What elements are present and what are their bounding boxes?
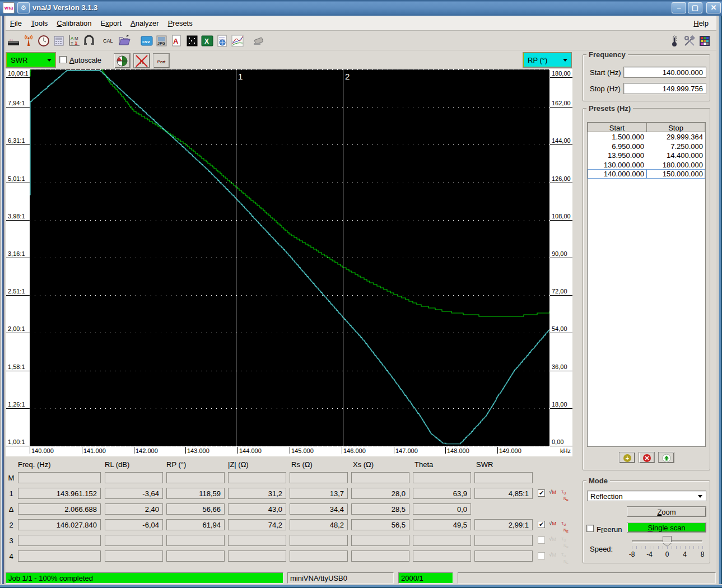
x-axis-tick xyxy=(497,447,498,454)
marker-Δ-rp-field: 56,66 xyxy=(166,503,225,515)
autoscale-checkbox[interactable] xyxy=(59,56,67,63)
antenna-icon[interactable] xyxy=(21,34,36,48)
gridline xyxy=(30,408,549,409)
mode-group-title: Mode xyxy=(586,477,610,485)
marker-1-visible-checkbox[interactable] xyxy=(538,489,545,497)
report-icon[interactable] xyxy=(215,34,230,48)
left-axis-label: 10,00:1 xyxy=(6,70,30,78)
presets-header-start[interactable]: Start xyxy=(588,123,646,132)
delete-preset-button[interactable]: ✕ xyxy=(639,452,655,463)
cal-icon[interactable]: CAL xyxy=(102,34,117,48)
left-axis-label: 2,00:1 xyxy=(6,325,30,333)
marker-Δ-rs-field: 34,4 xyxy=(290,503,348,515)
marker-2-rs-field: 48,2 xyxy=(290,519,348,530)
jpg-export-icon[interactable]: JPG xyxy=(154,34,169,48)
preset-row-start[interactable]: 13.950.000 xyxy=(588,151,646,160)
marker-1-rp-field: 118,59 xyxy=(166,488,225,499)
marker-3-visible-checkbox[interactable] xyxy=(538,536,545,544)
open-folder-icon[interactable] xyxy=(117,34,132,48)
x-axis-label: 142.000 xyxy=(136,447,158,454)
marker-3-math-icon[interactable]: √M xyxy=(549,536,556,542)
settings-tools-icon[interactable] xyxy=(682,34,697,48)
menu-tools[interactable]: Tools xyxy=(26,16,52,31)
left-scale-dropdown[interactable]: SWR xyxy=(6,52,56,68)
preset-row-start[interactable]: 1.500.000 xyxy=(588,132,646,142)
menu-file[interactable]: File xyxy=(6,16,26,31)
excel-export-icon[interactable]: X xyxy=(199,34,215,48)
mode-dropdown[interactable]: Reflection xyxy=(587,491,706,501)
marker-4-tune-icon[interactable]: TUNE xyxy=(561,551,569,565)
frequency-ruler-icon[interactable]: ↔ xyxy=(6,34,21,48)
marker-4-visible-checkbox[interactable] xyxy=(538,552,545,559)
marker-M-swr-field xyxy=(474,472,533,483)
speed-slider-thumb[interactable] xyxy=(663,536,672,542)
marker-2-visible-checkbox[interactable] xyxy=(538,521,545,528)
chart-export-icon[interactable] xyxy=(230,34,245,48)
slider-num-label: 4 xyxy=(683,550,687,558)
snapshot-icon[interactable] xyxy=(184,34,199,48)
marker-1-math-icon[interactable]: √M xyxy=(549,489,556,495)
marker-3-tune-icon[interactable]: TUNE xyxy=(561,535,569,549)
preset-row-stop[interactable]: 180.000.000 xyxy=(646,160,705,170)
app-logo-icon: vna xyxy=(3,2,15,13)
marker-4-math-icon[interactable]: √M xyxy=(549,552,556,558)
add-preset-button[interactable]: + xyxy=(619,452,635,463)
menu-help[interactable]: Help xyxy=(689,16,713,27)
color-palette-icon[interactable] xyxy=(697,34,712,48)
preset-row-stop[interactable]: 150.000.000 xyxy=(646,169,705,179)
thermometer-icon[interactable] xyxy=(667,34,682,48)
preset-row-stop[interactable]: 14.400.000 xyxy=(646,151,705,160)
single-scan-button[interactable]: Single scan xyxy=(627,522,706,533)
maximize-button[interactable]: ▢ xyxy=(688,2,702,13)
window-menu-icon[interactable]: ⚙ xyxy=(17,2,30,13)
presets-table[interactable]: StartStop1.500.00029.999.3646.950.0007.2… xyxy=(587,122,706,447)
ref-filter-off-button[interactable]: RF xyxy=(133,53,150,68)
menu-calibration[interactable]: Calibration xyxy=(52,16,96,31)
calculator-icon[interactable] xyxy=(51,34,66,48)
csv-export-icon[interactable]: csv xyxy=(139,34,154,48)
start-hz-field[interactable]: 140.000.000 xyxy=(623,67,706,78)
stop-hz-field[interactable]: 149.999.756 xyxy=(623,83,706,94)
marker-line-1[interactable] xyxy=(236,69,236,446)
svg-text:T: T xyxy=(71,41,73,46)
menu-export[interactable]: Export xyxy=(96,16,126,31)
right-scale-dropdown[interactable]: RP (°) xyxy=(523,52,572,68)
port-magnet-icon[interactable] xyxy=(81,34,96,48)
zoom-button[interactable]: Zoom xyxy=(627,506,706,517)
close-button[interactable]: ✕ xyxy=(706,2,721,13)
marker-1-tune-icon[interactable]: TUNE xyxy=(561,488,569,502)
marker-3-freq-field xyxy=(18,535,101,546)
marker-table-header: Xs (Ω) xyxy=(353,460,374,469)
menu-analyzer[interactable]: Analyzer xyxy=(126,16,164,31)
menu-presets[interactable]: Presets xyxy=(164,16,197,31)
clock-icon[interactable] xyxy=(36,34,51,48)
pdf-export-icon[interactable]: A xyxy=(169,34,184,48)
scale-setup-icon[interactable]: AMT⊻ xyxy=(66,34,81,48)
marker-3-rp-field xyxy=(166,535,225,546)
right-axis-label: 36,00 xyxy=(550,363,572,371)
slider-tick xyxy=(654,546,654,549)
svg-text:X: X xyxy=(204,38,209,45)
marker-2-math-icon[interactable]: √M xyxy=(549,520,556,526)
load-preset-button[interactable] xyxy=(658,452,674,463)
presets-header-stop[interactable]: Stop xyxy=(646,123,705,132)
gridline xyxy=(30,258,549,258)
slider-num-label: 0 xyxy=(665,550,669,558)
gridline xyxy=(30,333,549,333)
minimize-button[interactable]: – xyxy=(672,2,686,13)
marker-2-tune-icon[interactable]: TUNE xyxy=(561,520,569,534)
x-axis-tick xyxy=(30,447,30,454)
port-extension-off-button[interactable]: PortExt. xyxy=(153,53,170,68)
marker-4-theta-field xyxy=(413,550,471,562)
plot-area[interactable]: 12 xyxy=(30,69,549,446)
right-axis-label: 72,00 xyxy=(550,288,572,296)
preset-row-stop[interactable]: 29.999.364 xyxy=(646,132,705,142)
preset-row-stop[interactable]: 7.250.000 xyxy=(646,142,705,151)
preset-row-start[interactable]: 130.000.000 xyxy=(588,160,646,170)
marker-line-2[interactable] xyxy=(343,69,343,446)
smith-chart-button[interactable] xyxy=(114,53,131,68)
preset-row-start[interactable]: 140.000.000 xyxy=(588,169,646,179)
eraser-icon[interactable] xyxy=(251,34,267,48)
preset-row-start[interactable]: 6.950.000 xyxy=(588,142,646,151)
freerun-checkbox[interactable] xyxy=(586,525,594,532)
